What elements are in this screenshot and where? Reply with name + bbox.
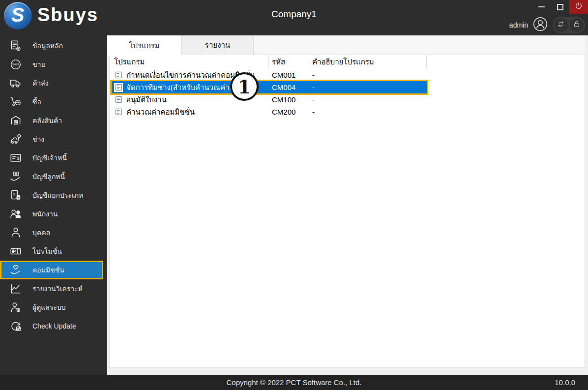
sidebar-item-label: โปรโมชั่น — [32, 246, 62, 257]
program-description: - — [308, 71, 427, 79]
app-window: S Sbuys Company1 admin — [0, 0, 588, 390]
program-code: CM001 — [269, 71, 308, 79]
sidebar-item-general-ledger[interactable]: $ บัญชีแยกประเภท — [0, 186, 107, 205]
refresh-icon — [557, 20, 565, 30]
table-row[interactable]: คำนวณค่าคอมมิชชั่น CM200 - — [112, 106, 427, 118]
quick-actions — [553, 17, 585, 33]
program-form-icon — [114, 108, 123, 117]
ledger-icon: $ — [8, 187, 24, 203]
program-list-panel: โปรแกรม รหัส คำอธิบายโปรแกรม กำหนดเงื่อน… — [109, 55, 585, 368]
table-row[interactable]: กำหนดเงื่อนไขการคำนวณค่าคอมมิชชั่น CM001… — [112, 69, 427, 81]
cart-clock-icon — [8, 94, 24, 110]
sidebar-item-label: บุคคล — [32, 227, 50, 238]
invoice-dollar-icon: $ — [8, 150, 24, 166]
sidebar-item-purchase[interactable]: ซื้อ — [0, 92, 107, 111]
main-content: โปรแกรม รายงาน โปรแกรม รหัส คำอธิบายโปรแ… — [107, 35, 588, 375]
table-row[interactable]: อนุมัติใบงาน CM100 - — [112, 93, 427, 106]
tab-programs[interactable]: โปรแกรม — [107, 35, 182, 56]
program-description: - — [308, 83, 427, 91]
status-bar: Copyright © 2022 PCT Software Co., Ltd. … — [0, 375, 588, 390]
sidebar-item-person[interactable]: บุคคล — [0, 223, 107, 242]
sidebar-item-master-data[interactable]: ข้อมูลหลัก — [0, 36, 107, 55]
sidebar-item-label: ช่าง — [32, 134, 44, 145]
column-header-description[interactable]: คำอธิบายโปรแกรม — [308, 55, 427, 69]
program-name: คำนวณค่าคอมมิชชั่น — [126, 106, 195, 118]
warehouse-icon — [8, 113, 24, 128]
hand-money-icon — [8, 169, 24, 184]
app-logo: S Sbuys — [4, 2, 98, 30]
sidebar-item-label: พนักงาน — [32, 209, 58, 219]
admin-gear-icon — [8, 300, 24, 315]
truck-icon — [8, 75, 24, 91]
sidebar-item-label: Check Update — [32, 322, 76, 330]
program-name: อนุมัติใบงาน — [126, 94, 167, 106]
table-row-selected[interactable]: จัดการทีมช่าง(สำหรับคำนวณค่าคอม... CM004… — [112, 81, 427, 93]
sidebar-item-analysis-report[interactable]: รายงานวิเคราะห์ — [0, 279, 107, 298]
update-icon — [8, 318, 24, 334]
sidebar-item-wholesale[interactable]: ค้าส่ง — [0, 74, 107, 92]
program-code: CM004 — [269, 83, 308, 91]
minimize-icon — [538, 6, 545, 7]
sidebar-item-check-update[interactable]: Check Update — [0, 317, 107, 335]
program-table: โปรแกรม รหัส คำอธิบายโปรแกรม กำหนดเงื่อน… — [112, 55, 427, 118]
sidebar-item-sales[interactable]: SALE ขาย — [0, 55, 107, 74]
sidebar-item-label: บัญชีแยกประเภท — [32, 190, 83, 201]
power-close-button[interactable] — [569, 0, 588, 14]
user-area: admin — [509, 17, 585, 33]
tab-bar: โปรแกรม รายงาน — [107, 35, 585, 55]
sidebar-item-label: ผู้ดูแลระบบ — [32, 302, 66, 313]
sidebar-item-technician[interactable]: ช่าง — [0, 130, 107, 149]
table-header: โปรแกรม รหัส คำอธิบายโปรแกรม — [112, 55, 427, 69]
coupon-icon — [8, 243, 24, 259]
program-form-icon — [114, 83, 123, 92]
maximize-button[interactable] — [551, 0, 569, 14]
program-form-icon — [114, 71, 123, 80]
logo-text: Sbuys — [37, 4, 98, 26]
sidebar-item-promotion[interactable]: โปรโมชั่น — [0, 242, 107, 261]
username-label: admin — [509, 21, 528, 29]
column-header-code[interactable]: รหัส — [269, 55, 308, 69]
window-title: Company1 — [271, 9, 317, 20]
sidebar-item-label: รายงานวิเคราะห์ — [32, 283, 83, 294]
sidebar-item-accounts-payable[interactable]: $ บัญชีเจ้าหนี้ — [0, 149, 107, 167]
sidebar-item-administrator[interactable]: ผู้ดูแลระบบ — [0, 298, 107, 317]
power-icon — [574, 1, 583, 12]
tab-reports[interactable]: รายงาน — [182, 35, 254, 55]
maximize-icon — [557, 4, 563, 10]
sidebar-item-label: บัญชีลูกหนี้ — [32, 171, 65, 182]
sidebar-nav: ข้อมูลหลัก SALE ขาย ค้าส่ง ซื้อ คลังสินค… — [0, 35, 107, 375]
version-label: 10.0.0 — [555, 378, 575, 387]
sidebar-item-employees[interactable]: พนักงาน — [0, 205, 107, 223]
svg-text:SALE: SALE — [12, 63, 19, 66]
sidebar-item-label: ขาย — [32, 59, 45, 70]
logo-initial: S — [11, 5, 25, 25]
sidebar-item-commission[interactable]: คอมมิชชั่น — [0, 261, 103, 279]
sidebar-item-warehouse[interactable]: คลังสินค้า — [0, 111, 107, 130]
sidebar-item-label: คลังสินค้า — [32, 115, 62, 126]
program-code: CM100 — [269, 95, 308, 104]
sidebar-item-label: ซื้อ — [32, 96, 41, 107]
lock-button[interactable] — [570, 18, 584, 32]
employees-icon — [8, 206, 24, 222]
program-form-icon — [114, 95, 123, 104]
chart-icon — [8, 281, 24, 297]
sale-badge-icon: SALE — [8, 57, 24, 72]
program-description: - — [308, 95, 427, 104]
sidebar-item-label: ข้อมูลหลัก — [32, 40, 63, 51]
sidebar-item-accounts-receivable[interactable]: บัญชีลูกหนี้ — [0, 167, 107, 186]
program-description: - — [308, 108, 427, 116]
sidebar-item-label: ค้าส่ง — [32, 78, 49, 89]
copyright-text: Copyright © 2022 PCT Software Co., Ltd. — [226, 378, 361, 387]
logo-icon: S — [4, 2, 31, 30]
master-data-icon — [8, 38, 24, 54]
lock-icon — [573, 20, 581, 30]
sidebar-item-label: คอมมิชชั่น — [32, 265, 64, 275]
program-code: CM200 — [269, 108, 308, 116]
refresh-button[interactable] — [554, 18, 568, 32]
user-avatar[interactable] — [533, 17, 548, 33]
column-header-program[interactable]: โปรแกรม — [112, 55, 269, 69]
minimize-button[interactable] — [532, 0, 551, 14]
svg-text:$: $ — [17, 156, 19, 161]
window-controls — [532, 0, 588, 14]
svg-text:$: $ — [13, 192, 16, 196]
